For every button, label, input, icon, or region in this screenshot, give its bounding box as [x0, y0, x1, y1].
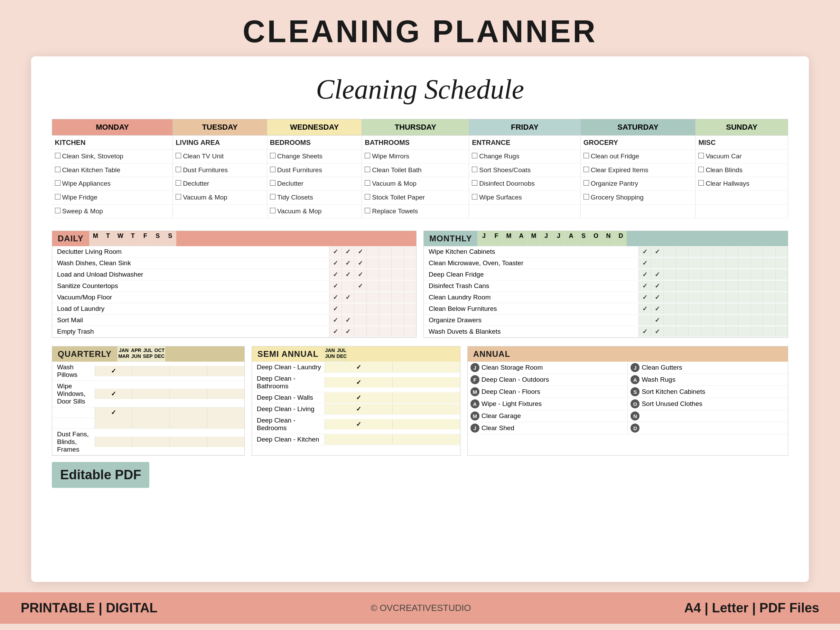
- monthly-tracker-cell[interactable]: [688, 246, 701, 257]
- semi-annual-tracker-cell[interactable]: [392, 377, 460, 388]
- daily-tracker-cell[interactable]: [404, 303, 416, 314]
- monthly-tracker-cell[interactable]: [738, 303, 750, 314]
- quarterly-tracker-cell[interactable]: [169, 418, 207, 428]
- monthly-tracker-cell[interactable]: [688, 315, 701, 325]
- monthly-tracker-cell[interactable]: [775, 292, 788, 303]
- monthly-tracker-cell[interactable]: [701, 303, 713, 314]
- monthly-tracker-cell[interactable]: ✓: [638, 292, 651, 303]
- daily-tracker-cell[interactable]: [366, 258, 379, 268]
- monthly-tracker-cell[interactable]: [738, 315, 750, 325]
- daily-tracker-cell[interactable]: [379, 327, 391, 337]
- daily-tracker-cell[interactable]: [379, 281, 391, 291]
- monthly-tracker-cell[interactable]: [701, 292, 713, 303]
- quarterly-tracker-cell[interactable]: [169, 388, 207, 399]
- monthly-tracker-cell[interactable]: [763, 303, 775, 314]
- monthly-tracker-cell[interactable]: [713, 303, 726, 314]
- monthly-tracker-cell[interactable]: [663, 303, 676, 314]
- monthly-tracker-cell[interactable]: [713, 327, 726, 337]
- monthly-tracker-cell[interactable]: [775, 269, 788, 280]
- monthly-tracker-cell[interactable]: [750, 315, 763, 325]
- monthly-tracker-cell[interactable]: [651, 258, 663, 268]
- daily-tracker-cell[interactable]: ✓: [354, 258, 366, 268]
- semi-annual-tracker-cell[interactable]: [392, 434, 460, 445]
- monthly-tracker-cell[interactable]: ✓: [638, 269, 651, 280]
- daily-tracker-cell[interactable]: [404, 281, 416, 291]
- daily-tracker-cell[interactable]: ✓: [354, 269, 366, 280]
- monthly-tracker-cell[interactable]: ✓: [638, 327, 651, 337]
- monthly-tracker-cell[interactable]: [738, 258, 750, 268]
- monthly-tracker-cell[interactable]: [701, 269, 713, 280]
- daily-tracker-cell[interactable]: ✓: [354, 281, 366, 291]
- monthly-tracker-cell[interactable]: [676, 281, 688, 291]
- quarterly-tracker-cell[interactable]: ✓: [95, 407, 132, 418]
- daily-tracker-cell[interactable]: ✓: [329, 258, 341, 268]
- monthly-tracker-cell[interactable]: [726, 303, 738, 314]
- monthly-tracker-cell[interactable]: [701, 281, 713, 291]
- quarterly-tracker-cell[interactable]: [207, 366, 245, 376]
- monthly-tracker-cell[interactable]: [738, 292, 750, 303]
- monthly-tracker-cell[interactable]: ✓: [638, 258, 651, 268]
- daily-tracker-cell[interactable]: [404, 246, 416, 257]
- monthly-tracker-cell[interactable]: [688, 292, 701, 303]
- quarterly-tracker-cell[interactable]: [169, 366, 207, 376]
- monthly-tracker-cell[interactable]: [775, 258, 788, 268]
- monthly-tracker-cell[interactable]: ✓: [651, 315, 663, 325]
- daily-tracker-cell[interactable]: [379, 303, 391, 314]
- monthly-tracker-cell[interactable]: [750, 281, 763, 291]
- monthly-tracker-cell[interactable]: [726, 315, 738, 325]
- monthly-tracker-cell[interactable]: [750, 292, 763, 303]
- monthly-tracker-cell[interactable]: [750, 246, 763, 257]
- monthly-tracker-cell[interactable]: [763, 292, 775, 303]
- quarterly-tracker-cell[interactable]: [169, 437, 207, 447]
- monthly-tracker-cell[interactable]: [763, 258, 775, 268]
- semi-annual-tracker-cell[interactable]: [325, 434, 392, 445]
- monthly-tracker-cell[interactable]: [775, 315, 788, 325]
- quarterly-tracker-cell[interactable]: [132, 388, 169, 399]
- daily-tracker-cell[interactable]: [404, 258, 416, 268]
- daily-tracker-cell[interactable]: [379, 258, 391, 268]
- daily-tracker-cell[interactable]: ✓: [329, 315, 341, 325]
- monthly-tracker-cell[interactable]: [676, 246, 688, 257]
- monthly-tracker-cell[interactable]: [763, 246, 775, 257]
- monthly-tracker-cell[interactable]: [726, 269, 738, 280]
- monthly-tracker-cell[interactable]: [701, 246, 713, 257]
- monthly-tracker-cell[interactable]: [688, 258, 701, 268]
- monthly-tracker-cell[interactable]: ✓: [651, 281, 663, 291]
- monthly-tracker-cell[interactable]: [775, 327, 788, 337]
- quarterly-tracker-cell[interactable]: [132, 366, 169, 376]
- semi-annual-tracker-cell[interactable]: [392, 362, 460, 373]
- monthly-tracker-cell[interactable]: [676, 269, 688, 280]
- daily-tracker-cell[interactable]: [404, 315, 416, 325]
- daily-tracker-cell[interactable]: [366, 292, 379, 303]
- monthly-tracker-cell[interactable]: ✓: [651, 269, 663, 280]
- monthly-tracker-cell[interactable]: [713, 246, 726, 257]
- monthly-tracker-cell[interactable]: [663, 327, 676, 337]
- monthly-tracker-cell[interactable]: [763, 315, 775, 325]
- daily-tracker-cell[interactable]: [366, 246, 379, 257]
- monthly-tracker-cell[interactable]: [701, 315, 713, 325]
- monthly-tracker-cell[interactable]: [713, 292, 726, 303]
- daily-tracker-cell[interactable]: [354, 292, 366, 303]
- daily-tracker-cell[interactable]: [391, 292, 404, 303]
- daily-tracker-cell[interactable]: ✓: [329, 281, 341, 291]
- daily-tracker-cell[interactable]: ✓: [341, 327, 354, 337]
- quarterly-tracker-cell[interactable]: [132, 418, 169, 428]
- daily-tracker-cell[interactable]: [366, 303, 379, 314]
- semi-annual-tracker-cell[interactable]: [392, 404, 460, 414]
- monthly-tracker-cell[interactable]: [750, 269, 763, 280]
- monthly-tracker-cell[interactable]: [713, 258, 726, 268]
- daily-tracker-cell[interactable]: [354, 303, 366, 314]
- monthly-tracker-cell[interactable]: ✓: [638, 246, 651, 257]
- monthly-tracker-cell[interactable]: [663, 281, 676, 291]
- monthly-tracker-cell[interactable]: ✓: [651, 327, 663, 337]
- daily-tracker-cell[interactable]: [341, 281, 354, 291]
- daily-tracker-cell[interactable]: [366, 269, 379, 280]
- daily-tracker-cell[interactable]: [379, 292, 391, 303]
- quarterly-tracker-cell[interactable]: [95, 437, 132, 447]
- quarterly-tracker-cell[interactable]: [169, 407, 207, 418]
- daily-tracker-cell[interactable]: [379, 269, 391, 280]
- monthly-tracker-cell[interactable]: [763, 281, 775, 291]
- monthly-tracker-cell[interactable]: [763, 269, 775, 280]
- quarterly-tracker-cell[interactable]: ✓: [95, 388, 132, 399]
- monthly-tracker-cell[interactable]: [750, 258, 763, 268]
